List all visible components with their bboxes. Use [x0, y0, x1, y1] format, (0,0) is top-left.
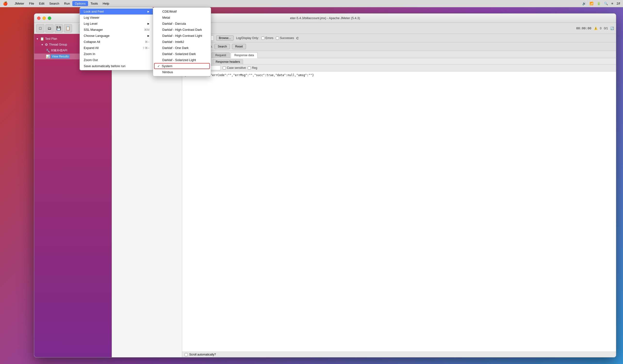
submenu-label-darklaf-solarizedlight: Darklaf - Solarized Light: [162, 58, 196, 62]
main-panel: Browse... Log/Display Only: Errors Succe…: [112, 34, 616, 357]
results-detail-pane: Sampler result Request Response data Res…: [182, 51, 616, 357]
menu-label-choose-language: Choose Language: [84, 34, 146, 38]
successes-checkbox[interactable]: [276, 37, 279, 40]
menubar-icon-search[interactable]: 🔍: [604, 2, 608, 5]
submenu-metal[interactable]: Metal: [153, 15, 211, 20]
scroll-auto-label: Scroll automatically?: [189, 353, 216, 356]
menu-shortcut-collapse-all: ⌘–: [145, 40, 149, 44]
close-button[interactable]: [37, 17, 41, 20]
errors-checkbox[interactable]: [261, 37, 265, 40]
menu-chevron-look-and-feel: ▶: [148, 10, 149, 13]
submenu-darklaf-darcula[interactable]: Darklaf - Darcula: [153, 20, 211, 27]
menubar-search[interactable]: Search: [47, 1, 62, 6]
menu-item-save-auto[interactable]: Save automatically before run: [80, 63, 153, 69]
sub-tab-response-headers[interactable]: Response headers: [213, 59, 243, 64]
menu-item-expand-all[interactable]: Expand All ⇧⌘–: [80, 45, 153, 51]
menu-label-zoom-out: Zoom Out: [84, 58, 149, 62]
toolbar-copy-btn[interactable]: 📋: [64, 24, 72, 33]
tree-icon-api: 🔧: [46, 49, 50, 53]
find-reg-checkbox[interactable]: [248, 66, 251, 70]
menu-item-log-level[interactable]: Log Level ▶: [80, 20, 153, 27]
menu-item-zoom-out[interactable]: Zoom Out: [80, 57, 153, 63]
timer-display: 00:00:00: [576, 26, 591, 30]
menubar-help[interactable]: Help: [100, 1, 111, 6]
menu-label-save-auto: Save automatically before run: [84, 64, 149, 68]
results-list-pane: △ ▽ Text ⬆⬇ △ ▽ ✓: [112, 51, 182, 357]
warning-icon: ⚠️: [594, 27, 598, 30]
menu-chevron-choose-language: ▶: [148, 34, 149, 37]
toolbar-new-btn[interactable]: □: [36, 24, 44, 33]
submenu-system[interactable]: ✓ System: [154, 63, 210, 69]
errors-checkbox-label[interactable]: Errors: [261, 36, 273, 40]
submenu-darklaf-solarizeddark[interactable]: Darklaf - Solarized Dark: [153, 51, 211, 57]
submenu-darklaf-hcd[interactable]: Darklaf - High Contrast Dark: [153, 27, 211, 33]
tree-label-testplan: Test Plan: [45, 37, 57, 40]
menu-label-zoom-in: Zoom In: [84, 52, 149, 56]
menubar-run[interactable]: Run: [62, 1, 72, 6]
menubar-tools[interactable]: Tools: [88, 1, 100, 6]
submenu-darklaf-intellij[interactable]: Darklaf - IntelliJ: [153, 39, 211, 45]
find-reg-text: Reg: [252, 66, 257, 70]
menu-shortcut-expand-all: ⇧⌘–: [142, 46, 149, 50]
submenu-label-cde-motif: CDE/Motif: [162, 10, 177, 13]
toolbar-open-btn[interactable]: 🗂: [45, 24, 54, 33]
tab-response-data[interactable]: Response data: [231, 52, 258, 58]
scroll-auto-checkbox[interactable]: [185, 353, 188, 356]
find-case-sensitive-label[interactable]: Case sensitive: [223, 66, 246, 70]
results-content: △ ▽ Text ⬆⬇ △ ▽ ✓: [112, 51, 616, 357]
menubar-icon-battery: 🔋: [597, 2, 601, 5]
menubar: 🍎 JMeter File Edit Search Run Options To…: [0, 0, 623, 7]
content-area: ▼ 📋 Test Plan ▼ ⚙ Thread Group 🔧 对账补偿API: [34, 34, 616, 357]
scroll-auto-row: Scroll automatically?: [182, 352, 616, 357]
minimize-button[interactable]: [43, 17, 46, 20]
submenu-label-darklaf-hcd: Darklaf - High Contrast Dark: [162, 28, 202, 32]
tree-icon-threadgroup: ⚙: [45, 43, 48, 46]
menubar-time: 2/f: [617, 2, 620, 5]
tab-request[interactable]: Request: [212, 52, 230, 58]
menubar-jmeter[interactable]: JMeter: [12, 1, 27, 6]
menu-label-ssl-manager: SSL Manager: [84, 28, 139, 32]
status-icon: 🔄: [610, 27, 614, 30]
submenu-darklaf-solarizedlight[interactable]: Darklaf - Solarized Light: [153, 57, 211, 63]
menubar-options[interactable]: Options: [72, 1, 88, 6]
tree-arrow-threadgroup: ▼: [41, 43, 44, 46]
reset-button[interactable]: Reset: [232, 44, 246, 49]
menubar-file[interactable]: File: [27, 1, 37, 6]
menubar-right-icons: 🔊 📶 🔋 🔍 ≡ 2/f: [582, 2, 620, 5]
find-reg-label[interactable]: Reg: [248, 66, 257, 70]
submenu-label-nimbus: Nimbus: [162, 70, 173, 74]
tab-row: Sampler result Request Response data: [182, 51, 616, 58]
submenu-darklaf-hcl[interactable]: Darklaf - High Contrast Light: [153, 33, 211, 39]
tree-label-viewresults: View Results: [51, 55, 70, 59]
tree-label-api: 对账补偿API: [51, 48, 67, 53]
find-case-sensitive-checkbox[interactable]: [223, 66, 226, 70]
menu-item-zoom-in[interactable]: Zoom In: [80, 51, 153, 57]
search-button[interactable]: Search: [214, 44, 230, 49]
menu-item-collapse-all[interactable]: Collapse All ⌘–: [80, 39, 153, 45]
menubar-items: JMeter File Edit Search Run Options Tool…: [12, 1, 111, 6]
submenu-nimbus[interactable]: Nimbus: [153, 69, 211, 75]
menu-label-log-viewer: Log Viewer: [84, 16, 149, 20]
menu-item-log-viewer[interactable]: Log Viewer: [80, 15, 153, 20]
tree-icon-testplan: 📋: [40, 37, 44, 41]
errors-label: Errors: [266, 36, 273, 40]
successes-checkbox-label[interactable]: Successes: [276, 36, 294, 40]
apple-menu-icon[interactable]: 🍎: [3, 1, 8, 6]
submenu-darklaf-onedark[interactable]: Darklaf - One Dark: [153, 45, 211, 51]
toolbar-right: 00:00:00 ⚠️ 0 0/1 🔄: [576, 26, 614, 30]
menu-item-choose-language[interactable]: Choose Language ▶: [80, 33, 153, 39]
submenu-cde-motif[interactable]: CDE/Motif: [153, 8, 211, 15]
maximize-button[interactable]: [48, 17, 51, 20]
extra-label: C: [296, 36, 299, 40]
toolbar-save-btn[interactable]: 💾: [55, 24, 63, 33]
menu-item-ssl-manager[interactable]: SSL Manager ⌘M: [80, 27, 153, 33]
menubar-edit[interactable]: Edit: [37, 1, 47, 6]
warning-count: 0: [600, 27, 602, 30]
menu-chevron-log-level: ▶: [148, 22, 149, 25]
browse-button[interactable]: Browse...: [216, 35, 234, 41]
menu-label-collapse-all: Collapse All: [84, 40, 140, 44]
successes-label: Successes: [280, 36, 294, 40]
menubar-icon-menu[interactable]: ≡: [611, 2, 613, 5]
menu-label-look-and-feel: Look and Feel: [84, 10, 146, 13]
menu-item-look-and-feel[interactable]: Look and Feel ▶: [80, 8, 153, 15]
